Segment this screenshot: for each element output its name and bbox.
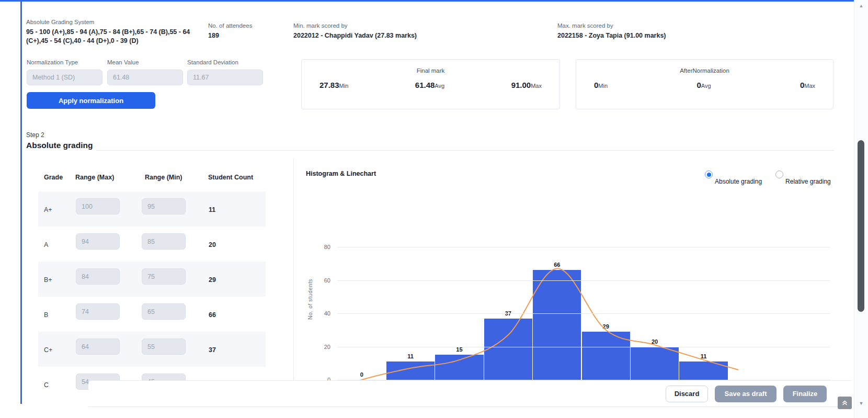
range-max-input[interactable]: [76, 303, 120, 320]
final-mark-max: 91.00Max: [511, 81, 542, 90]
standard-deviation-input[interactable]: [187, 70, 263, 85]
plot-area: 011153766292011: [337, 220, 830, 383]
max-mark-label: Max. mark scored by: [557, 22, 666, 30]
attendees-value: 189: [208, 31, 252, 40]
radio-relative-grading[interactable]: Relative grading: [775, 171, 831, 185]
range-min-input[interactable]: [142, 198, 186, 214]
mean-value-input[interactable]: [107, 70, 183, 85]
final-mark-title: Final mark: [302, 67, 559, 74]
gridline: [337, 280, 830, 281]
gridline: [337, 247, 830, 247]
radio-absolute-grading[interactable]: Absolute grading: [705, 171, 762, 185]
student-count: 66: [209, 311, 216, 319]
attendees-label: No. of attendees: [208, 22, 252, 30]
section-title-absolute-grading: Absolute grading: [26, 141, 93, 150]
final-mark-min: 27.83Min: [319, 81, 348, 90]
col-header-student-count: Student Count: [208, 174, 253, 181]
step-label: Step 2: [26, 131, 44, 139]
normalization-type-input[interactable]: [27, 70, 102, 85]
after-normalization-card: AfterNormalization 0Min 0Avg 0Max: [576, 59, 833, 109]
after-normalization-title: AfterNormalization: [576, 67, 833, 74]
student-count: 29: [209, 276, 216, 284]
table-row: A 20: [26, 227, 266, 262]
y-axis-label: No. of students: [307, 260, 313, 338]
vertical-scrollbar[interactable]: ▲ ▼: [854, 0, 868, 418]
min-mark-value: 2022012 - Chappidi Yadav (27.83 marks): [293, 31, 417, 40]
after-normalization-min: 0Min: [594, 81, 608, 90]
range-max-input[interactable]: [76, 198, 120, 214]
radio-selected-icon[interactable]: [705, 171, 713, 178]
column-divider: [293, 159, 294, 380]
standard-deviation-label: Standard Deviation: [187, 59, 263, 66]
col-header-range-min: Range (Min): [145, 174, 182, 181]
range-max-input[interactable]: [76, 268, 120, 285]
final-mark-avg: 61.48Avg: [415, 81, 444, 90]
finalize-button[interactable]: Finalize: [783, 386, 827, 402]
max-mark-value: 2022158 - Zoya Tapia (91.00 marks): [557, 31, 666, 40]
discard-button[interactable]: Discard: [666, 386, 708, 402]
section-divider: [96, 150, 834, 151]
gridline: [337, 347, 830, 347]
range-min-input[interactable]: [142, 268, 186, 285]
student-count: 37: [209, 346, 216, 354]
col-header-range-max: Range (Max): [75, 174, 114, 181]
scroll-to-top-button[interactable]: [838, 397, 852, 409]
y-tick-label: 80: [307, 244, 330, 250]
range-min-input[interactable]: [142, 303, 186, 320]
range-min-input[interactable]: [142, 233, 186, 250]
y-tick-label: 20: [307, 344, 330, 350]
normalization-type-label: Normalization Type: [27, 59, 102, 66]
range-max-input[interactable]: [76, 233, 120, 250]
max-mark-block: Max. mark scored by 2022158 - Zoya Tapia…: [557, 22, 666, 40]
left-accent-border: [20, 2, 22, 404]
gridline: [337, 313, 830, 314]
table-row: C+ 37: [38, 332, 266, 367]
scrollbar-down-arrow-icon[interactable]: ▼: [854, 401, 868, 406]
student-count: 20: [209, 241, 216, 248]
radio-unselected-icon[interactable]: [775, 171, 783, 178]
after-normalization-max: 0Max: [800, 81, 815, 90]
action-footer: Discard Save as draft Finalize: [88, 380, 852, 407]
save-as-draft-button[interactable]: Save as draft: [715, 386, 776, 402]
scrollbar-thumb[interactable]: [858, 140, 864, 312]
grading-page: { "colors": { "accent_blue": "#2563eb", …: [0, 0, 868, 418]
top-accent-border: [0, 0, 854, 2]
final-mark-card: Final mark 27.83Min 61.48Avg 91.00Max: [301, 59, 560, 109]
student-count: 11: [209, 206, 215, 213]
grading-system-value: 95 - 100 (A+),85 - 94 (A),75 - 84 (B+),6…: [26, 28, 200, 46]
normalization-type-field: Normalization Type: [27, 59, 102, 85]
range-min-input[interactable]: [142, 338, 186, 355]
min-mark-label: Min. mark scored by: [293, 22, 417, 30]
min-mark-block: Min. mark scored by 2022012 - Chappidi Y…: [293, 22, 417, 40]
chart-title: Histogram & Linechart: [306, 170, 376, 177]
histogram-linechart: No. of students 011153766292011 02040608…: [303, 220, 834, 383]
attendees-block: No. of attendees 189: [208, 22, 252, 40]
after-normalization-avg: 0Avg: [696, 81, 711, 90]
grading-system-block: Absolute Grading System 95 - 100 (A+),85…: [26, 18, 200, 46]
grading-mode-radio-group: Absolute grading Relative grading: [705, 171, 831, 185]
standard-deviation-field: Standard Deviation: [187, 59, 263, 85]
mean-value-field: Mean Value: [107, 59, 183, 85]
double-chevron-up-icon: [841, 400, 848, 406]
mean-value-label: Mean Value: [107, 59, 183, 66]
table-row: B 66: [26, 297, 266, 332]
y-tick-label: 40: [307, 310, 330, 317]
apply-normalization-button[interactable]: Apply normalization: [27, 92, 155, 109]
table-row: A+ 11: [38, 191, 266, 227]
table-row: B+ 29: [38, 262, 266, 297]
scrollbar-up-arrow-icon[interactable]: ▲: [854, 3, 868, 8]
range-max-input[interactable]: [76, 338, 120, 355]
grading-system-label: Absolute Grading System: [26, 18, 200, 26]
col-header-grade: Grade: [44, 174, 63, 181]
density-line: [337, 220, 830, 383]
y-tick-label: 60: [307, 277, 330, 284]
